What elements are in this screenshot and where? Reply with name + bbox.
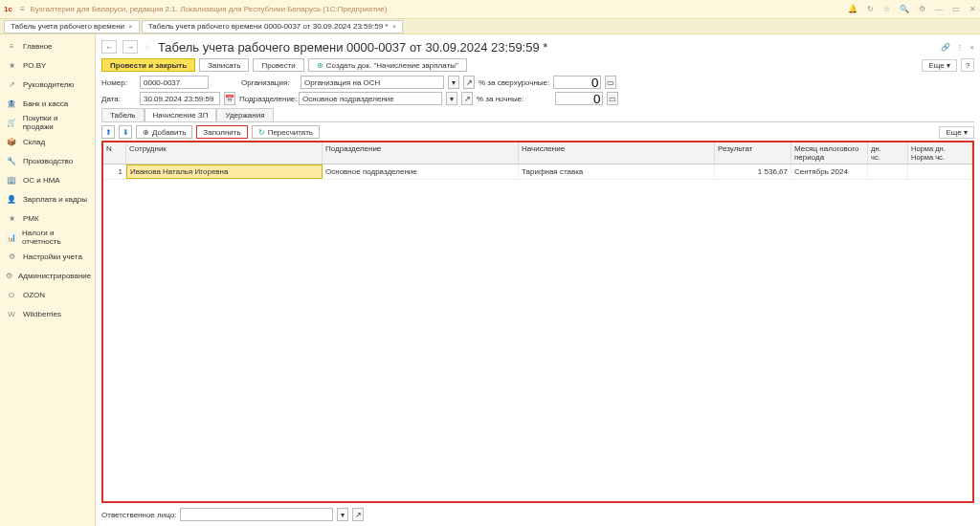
tab-close-icon[interactable]: × <box>391 22 396 31</box>
sidebar-icon: 🔧 <box>6 157 17 165</box>
dept-dropdown-button[interactable]: ▾ <box>446 92 457 105</box>
close-icon[interactable]: ✕ <box>969 5 976 13</box>
tab-timesheet-doc[interactable]: Табель учета рабочего времени 0000-0037 … <box>142 20 403 33</box>
sidebar-item-6[interactable]: 🔧Производство <box>0 151 95 170</box>
btn-label: Еще <box>928 61 944 70</box>
col-norm[interactable]: Норма дн. Норма чс. <box>908 142 972 164</box>
nav-back-button[interactable]: ← <box>101 40 117 54</box>
app-title: Бухгалтерия для Беларуси, редакция 2.1. … <box>31 5 848 13</box>
sidebar-label: Руководителю <box>23 80 74 89</box>
min-icon[interactable]: — <box>935 5 943 13</box>
nav-fwd-button[interactable]: → <box>122 40 138 54</box>
sidebar-item-8[interactable]: 👤Зарплата и кадры <box>0 189 95 208</box>
col-dept[interactable]: Подразделение <box>323 142 519 164</box>
more-icon[interactable]: ⋮ <box>956 43 964 52</box>
add-row-button[interactable]: ⊕Добавить <box>136 125 192 139</box>
night-input[interactable] <box>555 92 603 105</box>
btn-label: Еще <box>946 128 961 137</box>
calendar-button[interactable]: 📅 <box>224 92 235 105</box>
sidebar-label: OZON <box>23 291 45 299</box>
col-period[interactable]: Месяц налогового периода <box>791 142 868 164</box>
sidebar-item-12[interactable]: ⚙Администрирование <box>0 266 95 285</box>
plus-icon: ⊕ <box>317 61 323 70</box>
create-payroll-button[interactable]: ⊕Создать док. "Начисление зарплаты" <box>308 58 467 72</box>
overtime-stepper[interactable]: ▭ <box>605 76 616 89</box>
sidebar-item-13[interactable]: OOZON <box>0 285 95 304</box>
close-panel-icon[interactable]: × <box>969 43 974 52</box>
doctab-deductions[interactable]: Удержания <box>216 108 273 121</box>
sidebar-icon: W <box>6 310 17 318</box>
search-icon[interactable]: 🔍 <box>900 5 909 13</box>
menu-icon[interactable]: ≡ <box>20 5 25 13</box>
row-up-button[interactable]: ⬆ <box>101 125 115 139</box>
sidebar-item-10[interactable]: 📊Налоги и отчетность <box>0 228 95 247</box>
number-input[interactable]: 0000-0037 <box>140 76 209 89</box>
tab-timesheet-list[interactable]: Табель учета рабочего времени × <box>4 20 140 33</box>
tab-close-icon[interactable]: × <box>128 22 133 31</box>
sidebar-icon: 🏢 <box>6 176 17 185</box>
date-input[interactable]: 30.09.2024 23:59:59 <box>140 92 220 105</box>
org-open-button[interactable]: ↗ <box>463 76 475 89</box>
responsible-open[interactable]: ↗ <box>352 508 364 521</box>
params-icon[interactable]: ⚙ <box>919 5 925 13</box>
post-close-button[interactable]: Провести и закрыть <box>101 58 195 72</box>
help-button[interactable]: ? <box>961 58 974 72</box>
doctab-payroll[interactable]: Начисление ЗП <box>145 108 217 121</box>
col-days[interactable]: дн. чс. <box>868 142 908 164</box>
cell-dept: Основное подразделение <box>323 164 519 179</box>
dept-open-button[interactable]: ↗ <box>461 92 473 105</box>
sidebar-icon: ↗ <box>6 80 17 89</box>
recalc-button[interactable]: ↻Пересчитать <box>252 125 320 139</box>
favorite-icon[interactable]: ☆ <box>144 43 150 52</box>
org-input[interactable]: Организация на ОСН <box>301 76 444 89</box>
sidebar-item-1[interactable]: ★PO.BY <box>0 55 95 75</box>
cell-norm <box>908 164 972 179</box>
table-row[interactable]: 1 Иванова Наталья Игоревна Основное подр… <box>103 164 972 180</box>
dept-input[interactable]: Основное подразделение <box>299 92 442 105</box>
sidebar-item-3[interactable]: 🏦Банк и касса <box>0 94 95 113</box>
star-icon[interactable]: ☆ <box>883 5 890 13</box>
night-stepper[interactable]: ▭ <box>607 92 618 105</box>
org-dropdown-button[interactable]: ▾ <box>448 76 459 89</box>
bell-icon[interactable]: 🔔 <box>848 5 858 13</box>
doctab-timesheet[interactable]: Табель <box>101 108 145 121</box>
responsible-input[interactable] <box>180 508 333 521</box>
col-n[interactable]: N <box>103 142 126 164</box>
refresh-icon: ↻ <box>258 128 265 137</box>
more-button[interactable]: Еще ▾ <box>922 59 957 72</box>
write-button[interactable]: Записать <box>199 58 249 72</box>
plus-icon: ⊕ <box>143 128 149 137</box>
history-icon[interactable]: ↻ <box>867 5 874 13</box>
sidebar-item-11[interactable]: ⚙Настройки учета <box>0 247 95 266</box>
link-icon[interactable]: 🔗 <box>941 43 950 52</box>
sidebar-label: Производство <box>23 157 73 165</box>
col-result[interactable]: Результат <box>715 142 791 164</box>
tab-label: Табель учета рабочего времени <box>11 22 124 31</box>
app-logo: 1c <box>4 5 12 13</box>
sidebar-item-4[interactable]: 🛒Покупки и продажи <box>0 113 95 132</box>
row-down-button[interactable]: ⬇ <box>119 125 132 139</box>
sidebar-label: Администрирование <box>18 272 91 280</box>
sidebar-item-2[interactable]: ↗Руководителю <box>0 75 95 94</box>
responsible-dropdown[interactable]: ▾ <box>337 508 348 521</box>
sidebar-label: Главное <box>23 42 53 51</box>
col-accrual[interactable]: Начисление <box>519 142 715 164</box>
sidebar-item-9[interactable]: ★РМК <box>0 208 95 228</box>
max-icon[interactable]: ▭ <box>952 5 960 13</box>
fill-button[interactable]: Заполнить <box>196 125 247 139</box>
sidebar-item-14[interactable]: WWildberries <box>0 304 95 323</box>
sidebar-icon: ⚙ <box>6 252 17 261</box>
cell-employee[interactable]: Иванова Наталья Игоревна <box>126 164 323 179</box>
table-more-button[interactable]: Еще ▾ <box>939 126 974 139</box>
sidebar-item-5[interactable]: 📦Склад <box>0 132 95 151</box>
overtime-input[interactable] <box>553 76 601 89</box>
sidebar-item-0[interactable]: ≡Главное <box>0 36 95 55</box>
doc-title: Табель учета рабочего времени 0000-0037 … <box>158 40 547 55</box>
col-employee[interactable]: Сотрудник <box>126 142 323 164</box>
sidebar-item-7[interactable]: 🏢ОС и НМА <box>0 170 95 189</box>
sidebar-icon: ★ <box>6 61 17 70</box>
post-button[interactable]: Провести <box>253 58 303 72</box>
number-label: Номер: <box>101 78 136 87</box>
sidebar-label: Wildberries <box>23 310 61 318</box>
btn-label: Добавить <box>152 128 186 137</box>
